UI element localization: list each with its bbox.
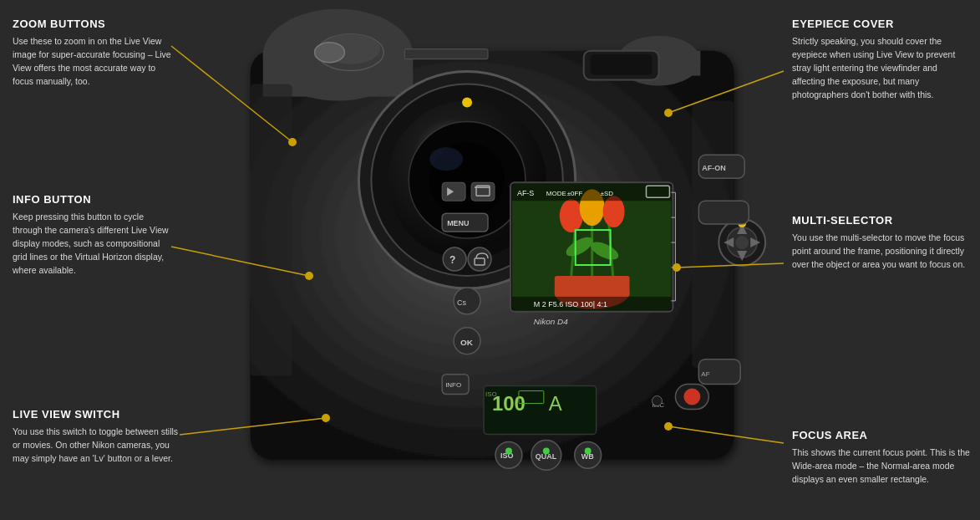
focus-area-text: This shows the current focus point. This… (792, 447, 970, 484)
live-view-title: LIVE VIEW SWITCH (13, 407, 188, 423)
multi-selector-text: You use the multi-selector to move the f… (792, 232, 965, 269)
eyepiece-text: Strictly speaking, you should cover the … (792, 36, 955, 99)
zoom-buttons-text: Use these to zoom in on the Live View im… (13, 36, 171, 86)
svg-text:MENU: MENU (447, 219, 469, 227)
svg-point-25 (462, 98, 472, 108)
zoom-buttons-annotation: ZOOM BUTTONS Use these to zoom in on the… (13, 17, 175, 89)
svg-point-33 (560, 199, 583, 232)
svg-text:±SD: ±SD (601, 190, 614, 197)
svg-point-90 (652, 396, 662, 406)
svg-text:AF-ON: AF-ON (702, 164, 725, 172)
svg-point-85 (543, 447, 550, 454)
svg-text:M  2  F5.6    ISO  100|  4:1: M 2 F5.6 ISO 100| 4:1 (534, 300, 607, 308)
svg-text:OK: OK (460, 338, 474, 347)
svg-rect-39 (512, 184, 671, 201)
eyepiece-title: EYEPIECE COVER (792, 17, 972, 33)
svg-point-88 (585, 447, 592, 454)
svg-point-57 (735, 236, 749, 249)
svg-rect-91 (698, 201, 749, 224)
svg-text:ISO: ISO (485, 390, 497, 398)
svg-text:A: A (549, 393, 562, 415)
svg-point-82 (505, 447, 512, 454)
live-view-annotation: LIVE VIEW SWITCH You use this switch to … (13, 407, 188, 466)
info-button-annotation: INFO BUTTON Keep pressing this button to… (13, 192, 175, 278)
svg-rect-99 (404, 49, 488, 59)
multi-selector-annotation: MULTI-SELECTOR You use the multi-selecto… (792, 213, 972, 272)
svg-text:?: ? (449, 254, 455, 266)
multi-selector-title: MULTI-SELECTOR (792, 213, 972, 229)
page-container: AF-S MODE ±0FF ±SD M 2 F5.6 ISO 100| 4:1… (0, 0, 980, 520)
left-panel: ZOOM BUTTONS Use these to zoom in on the… (0, 0, 201, 520)
svg-text:±0FF: ±0FF (567, 190, 583, 197)
svg-rect-17 (251, 84, 292, 376)
svg-point-103 (683, 389, 700, 405)
zoom-buttons-title: ZOOM BUTTONS (13, 17, 175, 33)
svg-text:Nikon D4: Nikon D4 (534, 317, 568, 326)
svg-rect-29 (555, 276, 630, 297)
right-panel: EYEPIECE COVER Strictly speaking, you sh… (788, 0, 980, 520)
focus-area-title: FOCUS AREA (792, 428, 972, 444)
svg-point-67 (468, 247, 491, 271)
camera-area: AF-S MODE ±0FF ±SD M 2 F5.6 ISO 100| 4:1… (184, 0, 800, 520)
svg-text:AF: AF (701, 370, 709, 378)
eyepiece-annotation: EYEPIECE COVER Strictly speaking, you sh… (792, 17, 972, 102)
svg-text:INFO: INFO (445, 381, 461, 389)
svg-point-24 (429, 147, 463, 171)
focus-area-annotation: FOCUS AREA This shows the current focus … (792, 428, 972, 487)
svg-text:Cs: Cs (457, 298, 466, 307)
live-view-text: You use this switch to toggle between st… (13, 426, 178, 463)
info-button-title: INFO BUTTON (13, 192, 175, 208)
svg-text:AF-S: AF-S (517, 189, 534, 197)
camera-svg: AF-S MODE ±0FF ±SD M 2 F5.6 ISO 100| 4:1… (184, 0, 800, 520)
svg-text:MODE: MODE (546, 190, 566, 197)
svg-rect-101 (591, 54, 652, 75)
svg-point-98 (315, 43, 345, 63)
info-button-text: Keep pressing this button to cycle throu… (13, 212, 169, 275)
